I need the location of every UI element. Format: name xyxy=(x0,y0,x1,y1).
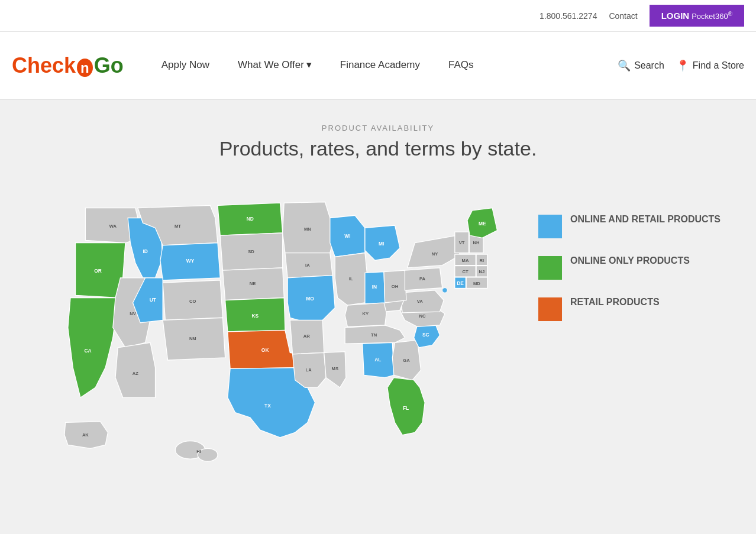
state-DE[interactable] xyxy=(455,277,466,289)
login-label: LOGIN xyxy=(661,11,690,21)
state-SD[interactable] xyxy=(220,233,282,270)
state-VT[interactable] xyxy=(455,232,469,253)
state-VA[interactable] xyxy=(400,290,444,313)
search-icon: 🔍 xyxy=(618,59,631,72)
location-icon: 📍 xyxy=(676,59,689,72)
map-section: .state { stroke: #fff; stroke-width: 1.5… xyxy=(12,178,744,480)
legend-color-orange xyxy=(538,297,562,321)
state-NJ[interactable] xyxy=(476,266,487,277)
page-title: Products, rates, and terms by state. xyxy=(12,137,744,160)
legend-label-orange: RETAIL PRODUCTS xyxy=(570,296,660,309)
nav-finance-academy[interactable]: Finance Academy xyxy=(326,32,434,100)
state-IN[interactable] xyxy=(365,272,385,304)
page-header: PRODUCT AVAILABILITY Products, rates, an… xyxy=(12,124,744,160)
login-button[interactable]: LOGIN Pocket360® xyxy=(650,5,744,27)
state-MN[interactable] xyxy=(283,202,335,253)
nav-apply-now[interactable]: Apply Now xyxy=(147,32,224,100)
legend-label-blue: ONLINE AND RETAIL PRODUCTS xyxy=(570,213,721,226)
nav-right: 🔍 Search 📍 Find a Store xyxy=(618,59,744,72)
state-MS[interactable] xyxy=(324,352,346,388)
state-MI[interactable] xyxy=(365,225,400,260)
map-svg: .state { stroke: #fff; stroke-width: 1.5… xyxy=(35,178,515,477)
phone-number: 1.800.561.2274 xyxy=(539,11,597,21)
logo-n: n xyxy=(77,59,93,77)
state-AK[interactable] xyxy=(64,422,108,449)
page-subtitle: PRODUCT AVAILABILITY xyxy=(12,124,744,132)
search-button[interactable]: 🔍 Search xyxy=(618,59,664,72)
state-MO[interactable] xyxy=(287,276,335,323)
state-KY[interactable] xyxy=(345,303,386,327)
main-content: PRODUCT AVAILABILITY Products, rates, an… xyxy=(0,100,756,534)
state-RI[interactable] xyxy=(476,254,487,266)
state-TN[interactable] xyxy=(345,325,405,344)
state-AZ[interactable] xyxy=(115,343,156,398)
legend-item-orange: RETAIL PRODUCTS xyxy=(538,296,721,321)
state-DC[interactable] xyxy=(442,288,447,293)
state-IL[interactable] xyxy=(335,253,367,306)
legend-item-green: ONLINE ONLY PRODUCTS xyxy=(538,255,721,280)
state-LA[interactable] xyxy=(293,353,327,388)
logo-go: Go xyxy=(94,53,124,77)
nav-links: Apply Now What We Offer ▾ Finance Academ… xyxy=(147,32,618,100)
state-NY[interactable] xyxy=(408,235,460,268)
legend-item-blue: ONLINE AND RETAIL PRODUCTS xyxy=(538,213,721,238)
state-MA[interactable] xyxy=(455,254,476,266)
us-map: .state { stroke: #fff; stroke-width: 1.5… xyxy=(35,178,515,480)
state-NM[interactable] xyxy=(163,318,225,361)
state-ME[interactable] xyxy=(467,208,497,238)
pocket-label: Pocket360® xyxy=(692,11,732,21)
nav-bar: ChecknGo Apply Now What We Offer ▾ Finan… xyxy=(0,32,756,100)
state-WY[interactable] xyxy=(160,243,220,280)
state-AR[interactable] xyxy=(290,321,324,354)
state-OH[interactable] xyxy=(384,270,406,303)
logo-check: Check xyxy=(12,53,76,77)
state-CA[interactable] xyxy=(68,298,118,398)
legend-color-blue xyxy=(538,215,562,238)
state-HI-2 xyxy=(198,449,218,462)
nav-what-we-offer[interactable]: What We Offer ▾ xyxy=(224,32,326,100)
state-GA[interactable] xyxy=(392,341,421,381)
state-PA[interactable] xyxy=(405,268,442,290)
chevron-down-icon: ▾ xyxy=(306,59,312,71)
nav-faqs[interactable]: FAQs xyxy=(434,32,488,100)
state-FL[interactable] xyxy=(387,378,425,435)
state-NE[interactable] xyxy=(222,268,284,300)
state-KS[interactable] xyxy=(225,298,285,332)
state-CT[interactable] xyxy=(455,266,476,277)
top-bar: 1.800.561.2274 Contact LOGIN Pocket360® xyxy=(0,0,756,32)
state-IA[interactable] xyxy=(285,253,332,278)
legend-label-green: ONLINE ONLY PRODUCTS xyxy=(570,255,690,267)
legend-color-green xyxy=(538,256,562,280)
map-legend: ONLINE AND RETAIL PRODUCTS ONLINE ONLY P… xyxy=(538,178,721,338)
logo[interactable]: ChecknGo xyxy=(12,53,124,78)
state-MD[interactable] xyxy=(466,277,487,289)
state-AL[interactable] xyxy=(363,343,394,378)
find-store-button[interactable]: 📍 Find a Store xyxy=(676,59,744,72)
state-CO[interactable] xyxy=(163,280,222,321)
state-WI[interactable] xyxy=(330,216,365,257)
state-ND[interactable] xyxy=(218,203,283,236)
contact-link[interactable]: Contact xyxy=(609,11,637,21)
